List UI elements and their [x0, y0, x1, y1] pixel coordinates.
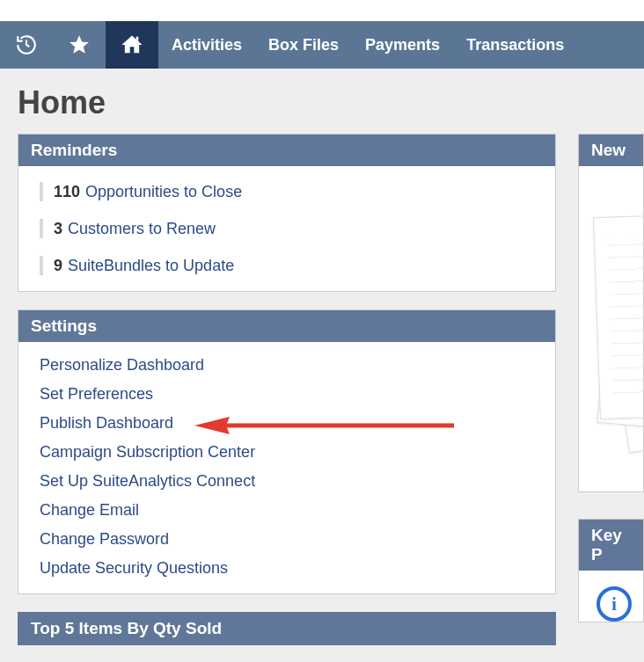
- reminder-count: 9: [54, 257, 62, 275]
- reminders-header: Reminders: [18, 135, 555, 166]
- settings-change-email[interactable]: Change Email: [40, 496, 555, 525]
- svg-rect-1: [136, 37, 139, 42]
- reminder-label[interactable]: Opportunities to Close: [85, 183, 242, 201]
- settings-personalize-dashboard[interactable]: Personalize Dashboard: [40, 351, 555, 380]
- reminder-label[interactable]: SuiteBundles to Update: [68, 257, 234, 275]
- history-icon: [15, 33, 38, 56]
- svg-marker-0: [70, 35, 89, 54]
- home-icon: [120, 33, 144, 57]
- key-panel-header: Key P: [579, 520, 643, 571]
- reminder-count: 110: [54, 183, 80, 201]
- reminder-bar-icon: [40, 182, 43, 201]
- settings-suiteanalytics-connect[interactable]: Set Up SuiteAnalytics Connect: [40, 467, 555, 496]
- reminders-panel: Reminders 110 Opportunities to Close 3 C…: [18, 134, 556, 292]
- reminder-count: 3: [54, 220, 62, 238]
- new-panel: New: [578, 134, 644, 492]
- reminder-item[interactable]: 110 Opportunities to Close: [18, 173, 555, 210]
- nav-box-files[interactable]: Box Files: [255, 21, 352, 69]
- history-icon-button[interactable]: [0, 21, 53, 69]
- home-icon-button[interactable]: [106, 21, 158, 69]
- reminder-item[interactable]: 9 SuiteBundles to Update: [18, 247, 555, 284]
- main-navbar: Activities Box Files Payments Transactio…: [0, 21, 644, 69]
- nav-payments[interactable]: Payments: [352, 21, 453, 69]
- new-panel-header: New: [579, 135, 643, 166]
- settings-change-password[interactable]: Change Password: [40, 525, 555, 554]
- nav-transactions[interactable]: Transactions: [453, 21, 577, 69]
- settings-update-security-questions[interactable]: Update Security Questions: [40, 554, 555, 583]
- key-panel: Key P i: [578, 519, 644, 622]
- settings-panel: Settings Personalize Dashboard Set Prefe…: [18, 309, 556, 594]
- reminder-bar-icon: [40, 256, 43, 275]
- info-icon: i: [596, 586, 632, 622]
- page-title: Home: [0, 69, 644, 134]
- star-icon-button[interactable]: [53, 21, 106, 69]
- settings-set-preferences[interactable]: Set Preferences: [40, 380, 555, 409]
- paper-stack-image: [579, 166, 643, 491]
- settings-campaign-subscription-center[interactable]: Campaign Subscription Center: [40, 438, 555, 467]
- nav-activities[interactable]: Activities: [158, 21, 255, 69]
- top-whitespace: [0, 0, 644, 21]
- star-icon: [68, 33, 91, 56]
- top5-panel-header: Top 5 Items By Qty Sold: [18, 612, 556, 645]
- settings-header: Settings: [18, 310, 555, 342]
- reminder-label[interactable]: Customers to Renew: [68, 220, 216, 238]
- reminder-bar-icon: [40, 219, 43, 238]
- reminder-item[interactable]: 3 Customers to Renew: [18, 210, 555, 247]
- settings-publish-dashboard[interactable]: Publish Dashboard: [40, 409, 555, 438]
